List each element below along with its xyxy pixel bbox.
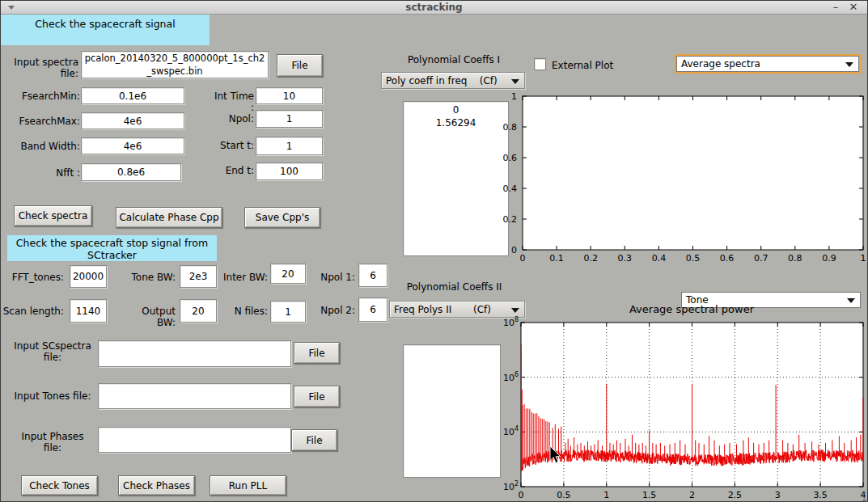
svg-text:0.2: 0.2 — [583, 253, 598, 264]
fsearchmin-label: FsearchMin: — [9, 91, 80, 102]
input-phases-file-label: Input Phases file: — [12, 431, 93, 453]
polynomial-coeffs2-title: Polynomial Coeffs II — [383, 281, 525, 293]
svg-text:108: 108 — [503, 316, 519, 328]
int-time-label: Int Time : — [210, 91, 254, 113]
svg-text:0.4: 0.4 — [652, 253, 667, 264]
polynomial-coeffs1-title: Polynomial Coeffs I — [381, 54, 527, 65]
npol-field[interactable]: 1 — [256, 110, 323, 128]
phases-file-button[interactable]: File — [291, 429, 337, 451]
app-window: sctracking – ✕ Check the spacecraft sign… — [0, 0, 868, 502]
tone-bw-field[interactable]: 2e3 — [180, 265, 217, 288]
start-t-label: Start t: — [210, 140, 254, 151]
svg-text:1: 1 — [511, 91, 517, 102]
svg-text:0.8: 0.8 — [503, 122, 518, 133]
svg-text:0.7: 0.7 — [754, 253, 768, 264]
mouse-cursor — [549, 446, 562, 466]
end-t-label: End t: — [210, 165, 254, 176]
output-bw-label: Output BW: — [121, 306, 176, 328]
int-time-field[interactable]: 10 — [256, 87, 323, 104]
poly-coeff-freq-dropdown-value: Poly coeff in freq (Cf) — [386, 75, 498, 86]
svg-text:102: 102 — [503, 480, 519, 492]
fsearchmax-field[interactable]: 4e6 — [81, 112, 184, 129]
check-spectra-button[interactable]: Check spectra — [14, 205, 92, 226]
n-files-label: N files: — [219, 306, 268, 317]
check-phases-button[interactable]: Check Phases — [118, 475, 195, 496]
start-t-field[interactable]: 1 — [256, 137, 323, 155]
chevron-down-icon — [847, 298, 855, 303]
minimize-button[interactable]: – — [828, 1, 843, 14]
chevron-down-icon — [845, 62, 853, 67]
svg-text:106: 106 — [503, 371, 519, 383]
chevron-down-icon — [511, 79, 519, 84]
inter-bw-label: Inter BW: — [219, 272, 268, 283]
input-tones-file-label: Input Tones file: — [12, 390, 93, 402]
nfft-field[interactable]: 0.8e6 — [81, 163, 181, 181]
svg-text:0.4: 0.4 — [503, 184, 518, 194]
svg-text:0.9: 0.9 — [822, 253, 836, 264]
svg-text:0.1: 0.1 — [549, 253, 564, 264]
close-button[interactable]: ✕ — [846, 1, 861, 14]
input-phases-file-field[interactable] — [98, 427, 291, 453]
external-plot-checkbox[interactable] — [534, 58, 546, 70]
spectra-view-dropdown-value: Average spectra — [681, 58, 760, 70]
scspectra-file-button[interactable]: File — [294, 342, 340, 364]
scan-length-label: Scan length: — [1, 306, 64, 317]
spectra-file-button[interactable]: File — [277, 54, 323, 77]
average-spectra-plot: 00.10.20.30.40.50.60.70.80.9100.20.40.60… — [498, 86, 868, 273]
svg-text:0.3: 0.3 — [618, 253, 633, 264]
svg-text:0: 0 — [511, 245, 517, 255]
svg-text:3: 3 — [775, 490, 781, 500]
input-spectra-file-label: Input spectra file: — [2, 57, 78, 79]
bandwidth-field[interactable]: 4e6 — [81, 137, 184, 154]
tone-bw-label: Tone BW: — [121, 272, 176, 283]
npol-label: Npol: — [210, 113, 254, 124]
inter-bw-field[interactable]: 20 — [270, 264, 306, 284]
svg-text:1: 1 — [603, 490, 609, 500]
tones-file-button[interactable]: File — [294, 386, 340, 407]
spectra-view-dropdown[interactable]: Average spectra — [676, 56, 859, 72]
svg-text:104: 104 — [503, 425, 519, 437]
svg-text:2.5: 2.5 — [728, 490, 743, 500]
npol1-label: Npol 1: — [316, 272, 355, 283]
svg-text:0.2: 0.2 — [503, 214, 518, 225]
input-tones-file-field[interactable] — [98, 383, 291, 409]
external-plot-label: External Plot — [552, 60, 633, 71]
title-bar[interactable]: sctracking – ✕ — [1, 1, 867, 15]
end-t-field[interactable]: 100 — [256, 162, 323, 180]
list-item[interactable]: 1.56294 — [404, 116, 508, 129]
n-files-field[interactable]: 1 — [270, 301, 306, 323]
input-scspectra-file-label: Input SCspectra file: — [12, 340, 93, 363]
nfft-label: Nfft : — [9, 167, 80, 179]
npol2-field[interactable]: 6 — [358, 297, 387, 322]
fsearchmax-label: FsearchMax: — [9, 116, 80, 127]
calculate-phase-cpp-button[interactable]: Calculate Phase Cpp — [116, 207, 222, 228]
bandwidth-label: Band Width: — [9, 141, 80, 152]
save-cpps-button[interactable]: Save Cpp's — [244, 207, 320, 228]
svg-text:0.5: 0.5 — [557, 490, 571, 500]
svg-text:0.5: 0.5 — [686, 253, 701, 264]
window-title: sctracking — [1, 2, 867, 13]
fft-tones-label: FFT_tones: — [1, 272, 64, 283]
svg-text:0.6: 0.6 — [503, 153, 518, 163]
check-tones-button[interactable]: Check Tones — [21, 475, 98, 496]
banner-check-spacecraft-signal: Check the spacecraft signal — [1, 15, 210, 45]
svg-text:0.6: 0.6 — [720, 253, 735, 264]
spectral-power-plot: 00.511.522.533.54102104106108Video Freq,… — [485, 310, 868, 502]
fsearchmin-field[interactable]: 0.1e6 — [81, 87, 184, 104]
banner-check-stop-signal: Check the spacecraft stop signal from SC… — [7, 235, 217, 261]
freq-polys2-dropdown-value: Freq Polys II (Cf) — [394, 304, 491, 315]
output-bw-field[interactable]: 20 — [180, 299, 217, 323]
svg-text:1.5: 1.5 — [642, 490, 657, 500]
svg-text:0: 0 — [519, 490, 524, 500]
svg-text:2: 2 — [689, 490, 695, 500]
input-scspectra-file-field[interactable] — [98, 340, 291, 367]
svg-text:0: 0 — [520, 253, 526, 264]
list-item[interactable]: 0 — [404, 103, 508, 116]
svg-text:3.5: 3.5 — [813, 490, 828, 500]
scan-length-field[interactable]: 1140 — [70, 299, 107, 323]
npol2-label: Npol 2: — [316, 305, 355, 316]
fft-tones-field[interactable]: 20000 — [70, 265, 107, 288]
run-pll-button[interactable]: Run PLL — [210, 475, 286, 496]
poly-coeffs1-listbox[interactable]: 0 1.56294 — [403, 101, 509, 256]
input-spectra-file-field[interactable]: pcalon_20140320_5_800000pt_1s_ch2_swspec… — [81, 51, 269, 78]
